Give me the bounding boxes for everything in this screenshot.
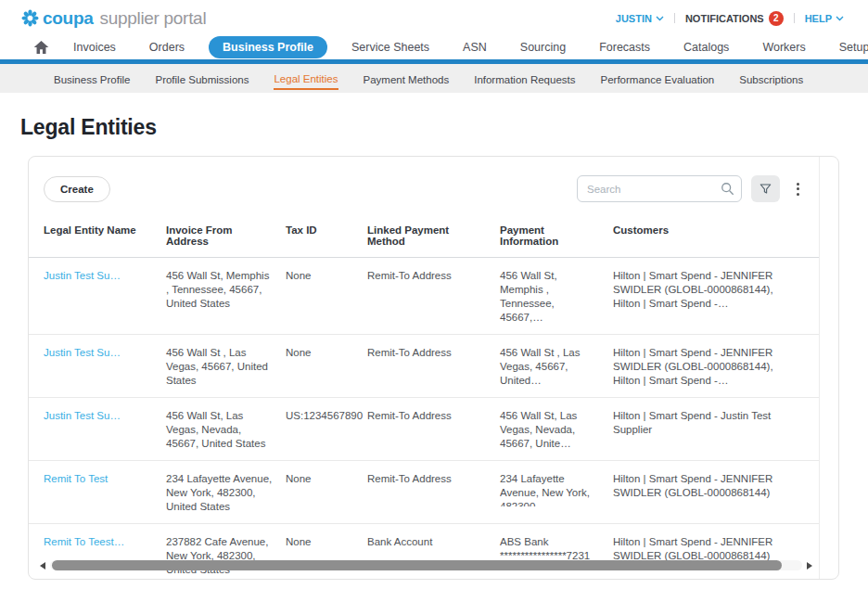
nav-item-sourcing[interactable]: Sourcing — [520, 37, 566, 58]
invoice-from-address-cell: 237882 Cafe Avenue, New York, 482300, Un… — [166, 535, 286, 577]
table-header-row: Legal Entity Name Invoice From Address T… — [29, 224, 819, 258]
tax-id-cell: None — [286, 535, 367, 549]
subnav-performance-evaluation[interactable]: Performance Evaluation — [601, 69, 715, 89]
notifications-link[interactable]: NOTIFICATIONS 2 — [685, 11, 784, 26]
help-menu[interactable]: HELP — [805, 13, 844, 24]
subnav-payment-methods[interactable]: Payment Methods — [364, 69, 450, 89]
home-nav-button[interactable] — [33, 40, 49, 55]
chevron-down-icon — [836, 16, 844, 21]
subnav-information-requests[interactable]: Information Requests — [474, 69, 575, 89]
payment-information-cell: 456 Wall St, Memphis , Tennessee, 45667,… — [500, 269, 613, 325]
legal-entity-link[interactable]: Remit To Teest… — [44, 536, 124, 547]
chevron-down-icon — [656, 16, 664, 21]
nav-item-service-sheets[interactable]: Service Sheets — [351, 37, 429, 58]
divider — [794, 13, 795, 23]
linked-payment-method-cell: Remit-To Address — [367, 472, 500, 486]
linked-payment-method-cell: Bank Account — [367, 535, 500, 549]
payment-information-cell: 456 Wall St , Las Vegas, 45667, United… — [500, 346, 613, 388]
legal-entities-card: Create — [28, 156, 839, 580]
nav-item-invoices[interactable]: Invoices — [73, 37, 116, 58]
search-icon — [721, 182, 734, 196]
nav-item-workers[interactable]: Workers — [762, 37, 805, 58]
coupa-flower-icon — [20, 8, 40, 28]
nav-item-business-profile[interactable]: Business Profile — [209, 36, 327, 58]
column-header-invoice-from-address: Invoice From Address — [166, 224, 286, 247]
horizontal-scrollbar[interactable] — [40, 560, 812, 570]
subnav-subscriptions[interactable]: Subscriptions — [739, 69, 803, 89]
filter-button[interactable] — [751, 175, 780, 202]
customers-cell: Hilton | Smart Spend - JENNIFER SWIDLER … — [613, 346, 811, 388]
coupa-logo: coupa supplier portal — [20, 8, 206, 29]
more-options-button[interactable] — [789, 175, 806, 202]
toolbar: Create — [29, 157, 819, 202]
kebab-dot — [797, 187, 799, 190]
column-header-tax-id: Tax ID — [286, 224, 367, 247]
linked-payment-method-cell: Remit-To Address — [367, 346, 500, 360]
legal-entity-link[interactable]: Remit To Test — [44, 473, 108, 484]
tax-id-cell: US:1234567890 — [286, 409, 367, 423]
invoice-from-address-cell: 456 Wall St , Las Vegas, 45667, United S… — [166, 346, 286, 388]
brand-product: supplier portal — [99, 8, 206, 29]
scroll-right-button[interactable] — [807, 562, 812, 570]
legal-entities-table: Legal Entity Name Invoice From Address T… — [29, 224, 819, 579]
home-icon — [33, 40, 49, 55]
invoice-from-address-cell: 234 Lafayette Avenue, New York, 482300, … — [166, 472, 286, 514]
column-header-linked-payment-method: Linked Payment Method — [367, 224, 500, 247]
subnav-business-profile[interactable]: Business Profile — [54, 69, 130, 89]
subnav-legal-entities[interactable]: Legal Entities — [274, 68, 338, 90]
scroll-left-icon — [40, 562, 45, 570]
nav-item-setup[interactable]: Setup — [839, 37, 868, 58]
top-header: coupa supplier portal JUSTIN NOTIFICATIO… — [0, 0, 868, 34]
column-header-customers: Customers — [613, 224, 811, 247]
linked-payment-method-cell: Remit-To Address — [367, 269, 500, 283]
customers-cell: Hilton | Smart Spend - JENNIFER SWIDLER … — [613, 269, 811, 311]
divider — [674, 13, 675, 23]
notifications-label: NOTIFICATIONS — [685, 13, 764, 24]
scroll-right-icon — [807, 562, 812, 570]
table-row: Justin Test Su… 456 Wall St, Memphis , T… — [29, 258, 819, 335]
legal-entity-link[interactable]: Justin Test Su… — [44, 410, 121, 421]
payment-information-cell: 456 Wall St, Las Vegas, Nevada, 45667, U… — [500, 409, 613, 451]
brand-name: coupa — [43, 8, 93, 29]
sub-navigation: Business Profile Profile Submissions Leg… — [0, 64, 868, 93]
linked-payment-method-cell: Remit-To Address — [367, 409, 500, 423]
kebab-dot — [797, 183, 799, 186]
create-button[interactable]: Create — [44, 176, 110, 202]
table-row: Justin Test Su… 456 Wall St , Las Vegas,… — [29, 335, 819, 398]
legal-entity-link[interactable]: Justin Test Su… — [44, 270, 121, 281]
main-navigation: Invoices Orders Business Profile Service… — [0, 34, 868, 59]
search-field-wrap — [577, 175, 742, 202]
nav-item-orders[interactable]: Orders — [149, 37, 185, 58]
table-viewport: Create — [29, 157, 820, 579]
tax-id-cell: None — [286, 269, 367, 283]
nav-item-asn[interactable]: ASN — [463, 37, 487, 58]
tax-id-cell: None — [286, 472, 367, 486]
scrollbar-track[interactable] — [50, 560, 802, 570]
invoice-from-address-cell: 456 Wall St, Memphis , Tennessee, 45667,… — [166, 269, 286, 311]
legal-entity-link[interactable]: Justin Test Su… — [44, 347, 121, 358]
table-row: Justin Test Su… 456 Wall St, Las Vegas, … — [29, 398, 819, 461]
kebab-dot — [797, 193, 799, 196]
user-menu[interactable]: JUSTIN — [616, 13, 664, 24]
scroll-left-button[interactable] — [40, 562, 45, 570]
subnav-profile-submissions[interactable]: Profile Submissions — [155, 69, 249, 89]
payment-information-cell: 234 Lafayette Avenue, New York, 482300,…… — [500, 472, 613, 506]
column-header-legal-entity-name: Legal Entity Name — [44, 224, 166, 247]
nav-item-forecasts[interactable]: Forecasts — [599, 37, 650, 58]
help-label: HELP — [805, 13, 832, 24]
page-title: Legal Entities — [20, 115, 868, 140]
customers-cell: Hilton | Smart Spend - JENNIFER SWIDLER … — [613, 472, 811, 500]
filter-funnel-icon — [759, 182, 772, 196]
nav-item-catalogs[interactable]: Catalogs — [683, 37, 729, 58]
customers-cell: Hilton | Smart Spend - JENNIFER SWIDLER … — [613, 535, 811, 563]
customers-cell: Hilton | Smart Spend - Justin Test Suppl… — [613, 409, 811, 437]
scrollbar-thumb[interactable] — [52, 560, 782, 570]
payment-information-cell: ABS Bank ****************7231 — [500, 535, 613, 563]
notifications-badge: 2 — [769, 11, 784, 26]
user-menu-label: JUSTIN — [616, 13, 652, 24]
search-input[interactable] — [577, 175, 742, 202]
invoice-from-address-cell: 456 Wall St, Las Vegas, Nevada, 45667, U… — [166, 409, 286, 451]
column-header-payment-information: Payment Information — [500, 224, 613, 247]
tax-id-cell: None — [286, 346, 367, 360]
table-row: Remit To Test 234 Lafayette Avenue, New … — [29, 461, 819, 524]
